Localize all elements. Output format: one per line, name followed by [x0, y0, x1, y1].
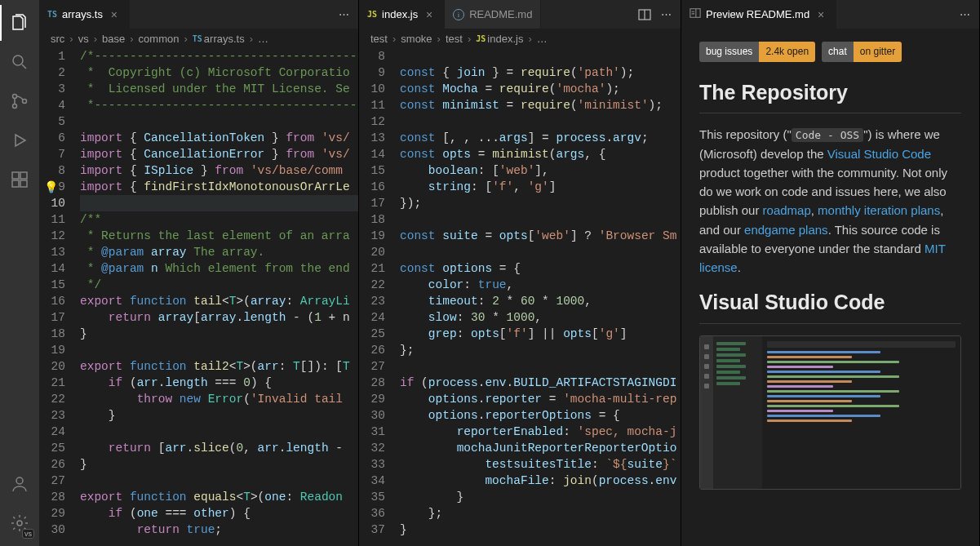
javascript-icon: JS — [476, 34, 486, 43]
settings-icon[interactable]: vs — [0, 505, 39, 541]
tab-arrays-ts[interactable]: TS arrays.ts × — [39, 0, 130, 29]
markdown-preview: bug issues 2.4k open chat on gitter The … — [681, 29, 979, 546]
breadcrumbs-1[interactable]: src› vs› base› common› TS arrays.ts› … — [39, 29, 358, 48]
readme-badges: bug issues 2.4k open chat on gitter — [699, 42, 961, 62]
badge-chat[interactable]: chat on gitter — [822, 42, 902, 62]
editor-groups: TS arrays.ts × ⋯ src› vs› base› common› … — [39, 0, 980, 546]
explorer-icon[interactable] — [0, 5, 39, 41]
tabs-group-2: JS index.js × i README.md ⋯ — [359, 0, 681, 29]
link-iteration-plans[interactable]: monthly iteration plans — [818, 203, 940, 217]
paragraph-repo: This repository ("Code - OSS") is where … — [699, 125, 961, 277]
source-control-icon[interactable] — [0, 83, 39, 119]
link-endgame-plans[interactable]: endgame plans — [744, 223, 828, 237]
code-editor-2[interactable]: 8910111213141516171819202122232425262728… — [359, 48, 681, 546]
preview-icon — [690, 7, 701, 21]
info-icon: i — [453, 9, 464, 20]
more-icon[interactable]: ⋯ — [337, 8, 350, 21]
svg-point-8 — [16, 477, 23, 484]
heading-repository: The Repository — [699, 77, 961, 114]
more-icon[interactable]: ⋯ — [958, 8, 971, 21]
line-gutter: 1234567891011121314151617181920212223242… — [39, 48, 80, 546]
svg-rect-7 — [20, 172, 27, 179]
badge-bugs[interactable]: bug issues 2.4k open — [699, 42, 815, 62]
link-roadmap[interactable]: roadmap — [763, 203, 811, 217]
run-debug-icon[interactable] — [0, 122, 39, 158]
screenshot-image — [699, 335, 961, 490]
editor-group-1: TS arrays.ts × ⋯ src› vs› base› common› … — [39, 0, 359, 546]
extensions-icon[interactable] — [0, 162, 39, 198]
activity-bar: vs — [0, 0, 39, 546]
tab-label: index.js — [382, 8, 418, 20]
split-editor-icon[interactable] — [638, 8, 651, 21]
close-icon[interactable]: × — [814, 8, 827, 21]
heading-vscode: Visual Studio Code — [699, 286, 961, 324]
tab-readme-md[interactable]: i README.md — [445, 0, 541, 29]
editor-group-3: Preview README.md × ⋯ bug issues 2.4k op… — [681, 0, 980, 546]
profile-badge: vs — [22, 529, 34, 539]
svg-point-9 — [17, 521, 22, 526]
more-icon[interactable]: ⋯ — [659, 8, 672, 21]
javascript-icon: JS — [367, 10, 377, 19]
svg-rect-11 — [690, 9, 700, 18]
tabs-group-1: TS arrays.ts × ⋯ — [39, 0, 358, 29]
svg-point-1 — [13, 95, 17, 99]
typescript-icon: TS — [193, 34, 202, 43]
svg-point-3 — [23, 100, 27, 104]
svg-point-2 — [13, 104, 17, 109]
link-vscode[interactable]: Visual Studio Code — [827, 147, 931, 161]
tab-preview-readme[interactable]: Preview README.md × — [681, 0, 836, 29]
tab-label: README.md — [469, 8, 532, 20]
typescript-icon: TS — [47, 10, 57, 19]
tab-label: Preview README.md — [706, 8, 809, 20]
line-gutter: 8910111213141516171819202122232425262728… — [359, 48, 400, 546]
svg-point-0 — [13, 55, 23, 65]
accounts-icon[interactable] — [0, 466, 39, 502]
tabs-group-3: Preview README.md × ⋯ — [681, 0, 979, 29]
editor-group-2: JS index.js × i README.md ⋯ test› smoke›… — [359, 0, 681, 546]
close-icon[interactable]: × — [423, 8, 436, 21]
breadcrumbs-2[interactable]: test› smoke› test› JS index.js› … — [359, 29, 681, 48]
code-content[interactable]: const { join } = require('path');const M… — [400, 48, 681, 546]
svg-rect-6 — [20, 180, 27, 187]
close-icon[interactable]: × — [108, 8, 121, 21]
code-editor-1[interactable]: 💡 12345678910111213141516171819202122232… — [39, 48, 358, 546]
svg-rect-4 — [12, 172, 19, 179]
tab-index-js[interactable]: JS index.js × — [359, 0, 445, 29]
search-icon[interactable] — [0, 44, 39, 80]
lightbulb-icon[interactable]: 💡 — [44, 180, 58, 196]
tab-label: arrays.ts — [62, 8, 103, 20]
code-content[interactable]: /*--------------------------------------… — [80, 48, 358, 546]
svg-rect-5 — [12, 180, 19, 187]
